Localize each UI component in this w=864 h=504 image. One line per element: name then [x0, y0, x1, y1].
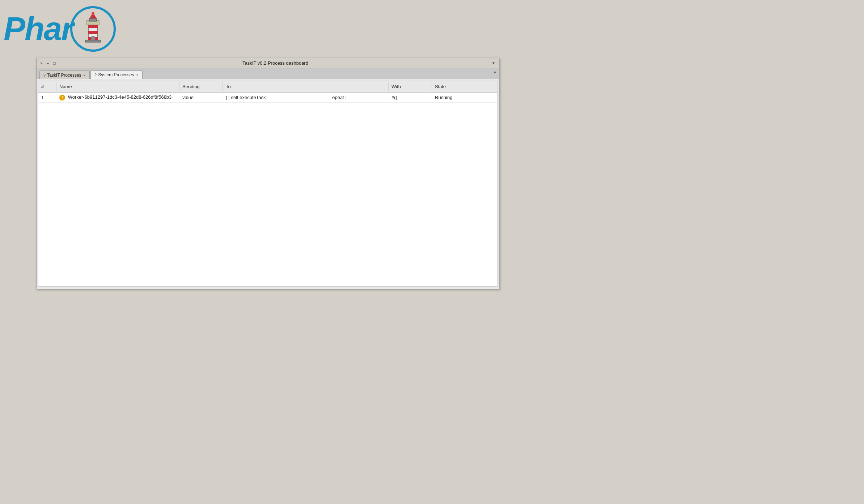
svg-rect-2 [88, 25, 98, 28]
lighthouse-icon [69, 5, 117, 52]
tab-system-label: System Processes [98, 72, 134, 77]
svg-point-10 [92, 12, 94, 15]
cell-state: Running [432, 93, 497, 102]
cell-name-text: Worker-6b911297-1dc3-4e45-82d8-626df8f56… [68, 94, 172, 100]
tab-system-processes[interactable]: ? System Processes × [90, 71, 143, 79]
maximize-button[interactable]: □ [52, 61, 57, 66]
main-window: × − □ TaskIT v0.2 Process dashboard ▼ ? … [36, 58, 499, 289]
tab-question-icon: ? [43, 73, 46, 77]
process-table: # Name Sending To With State 1 ! Worker-… [38, 81, 497, 287]
cell-to-text: [ [ self executeTask [226, 95, 266, 100]
table-row[interactable]: 1 ! Worker-6b911297-1dc3-4e45-82d8-626df… [38, 93, 497, 103]
window-title: TaskIT v0.2 Process dashboard [60, 60, 490, 66]
col-header-with: With [389, 82, 432, 91]
tab-taskit-close[interactable]: × [84, 73, 86, 77]
warning-icon: ! [59, 95, 65, 101]
pharo-logo: Phar [4, 4, 156, 54]
cell-sending: value [179, 93, 223, 102]
table-header: # Name Sending To With State [38, 81, 497, 93]
cell-with: #() [389, 93, 432, 102]
tab-system-close[interactable]: × [136, 73, 139, 77]
window-controls: × − □ [39, 61, 57, 66]
col-header-to: To [223, 82, 389, 91]
tab-system-question-icon: ? [94, 73, 97, 77]
title-bar: × − □ TaskIT v0.2 Process dashboard ▼ [37, 58, 499, 68]
table-body: 1 ! Worker-6b911297-1dc3-4e45-82d8-626df… [38, 93, 497, 287]
tab-bar-dropdown-icon[interactable]: ▼ [493, 71, 497, 74]
title-dropdown-icon[interactable]: ▼ [490, 60, 497, 67]
tab-taskit-label: TaskIT Processes [47, 73, 81, 78]
tab-bar: ? TaskIT Processes × ? System Processes … [37, 68, 499, 79]
svg-rect-3 [88, 31, 98, 34]
pharo-text: Phar [4, 13, 73, 45]
col-header-num: # [38, 82, 56, 91]
tab-taskit-processes[interactable]: ? TaskIT Processes × [39, 71, 90, 79]
col-header-name: Name [56, 82, 179, 91]
cell-name: ! Worker-6b911297-1dc3-4e45-82d8-626df8f… [56, 93, 179, 102]
svg-rect-6 [89, 18, 97, 21]
cell-to: [ [ self executeTask Inspect receiver ep… [223, 93, 389, 102]
cell-to-suffix: epeat ] [332, 95, 347, 100]
col-header-sending: Sending [179, 82, 223, 91]
svg-rect-8 [85, 40, 101, 42]
cell-num: 1 [38, 93, 56, 102]
minimize-button[interactable]: − [45, 61, 50, 66]
col-header-state: State [432, 82, 497, 91]
close-button[interactable]: × [39, 61, 44, 66]
